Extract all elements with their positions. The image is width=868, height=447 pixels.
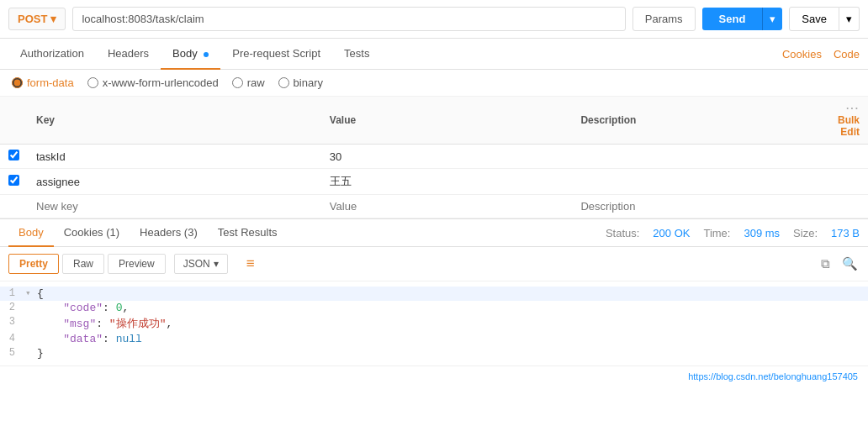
method-select[interactable]: POST ▾ [8,8,66,30]
body-type-raw[interactable]: raw [232,76,265,89]
resp-tab-cookies[interactable]: Cookies (1) [54,219,130,247]
top-bar: POST ▾ Params Send ▾ Save ▾ [0,0,868,39]
url-input[interactable] [72,7,625,31]
tab-authorization[interactable]: Authorization [8,39,96,70]
save-dropdown-button[interactable]: ▾ [839,7,860,31]
time-value: 309 ms [744,227,780,239]
tab-body[interactable]: Body [161,39,220,70]
tab-tests[interactable]: Tests [332,39,381,70]
send-btn-group: Send ▾ [702,8,783,30]
save-btn-group: Save ▾ [789,7,860,31]
col-more: ··· Bulk Edit [824,97,868,145]
format-label: JSON [183,258,210,270]
body-dot [204,52,209,57]
params-button[interactable]: Params [632,7,696,31]
row2-description[interactable] [572,169,824,195]
col-key: Key [28,97,321,145]
col-description: Description [572,97,824,145]
size-label: Size: [793,227,818,239]
send-button[interactable]: Send [702,8,763,30]
body-type-row: form-data x-www-form-urlencoded raw bina… [0,70,868,97]
tab-pre-request[interactable]: Pre-request Script [220,39,332,70]
view-preview-button[interactable]: Preview [108,254,166,274]
body-type-urlencoded[interactable]: x-www-form-urlencoded [87,76,219,89]
row1-value[interactable]: 30 [321,145,573,169]
body-type-binary[interactable]: binary [278,76,323,89]
format-select[interactable]: JSON ▾ [174,254,228,274]
code-line-1: 1 ▾ { [0,287,868,301]
footer-url: https://blog.csdn.net/belonghuang157405 [688,371,858,381]
send-dropdown-button[interactable]: ▾ [762,8,782,30]
table-row: taskId 30 [0,145,868,169]
new-row [0,195,868,218]
code-line-2: 2 "code": 0, [0,301,868,315]
view-raw-button[interactable]: Raw [62,254,104,274]
method-label: POST [18,13,47,25]
tab-headers[interactable]: Headers [96,39,161,70]
status-value: 200 OK [653,227,690,239]
resp-tab-body[interactable]: Body [8,219,54,247]
new-key-input[interactable] [36,200,313,213]
params-section: Key Value Description ··· Bulk Edit task… [0,97,868,219]
save-button[interactable]: Save [789,7,839,31]
view-pretty-button[interactable]: Pretty [8,254,59,274]
code-line-5: 5 } [0,346,868,360]
col-checkbox [0,97,28,145]
response-status-bar: Status: 200 OK Time: 309 ms Size: 173 B [606,227,860,239]
filter-button[interactable]: ≡ [236,252,265,276]
body-type-form-data[interactable]: form-data [12,76,74,89]
params-table: Key Value Description ··· Bulk Edit task… [0,97,868,218]
response-tabs: Body Cookies (1) Headers (3) Test Result… [0,219,868,247]
table-row: assignee 王五 [0,169,868,195]
response-toolbar: Pretty Raw Preview JSON ▾ ≡ ⧉ 🔍 [0,247,868,281]
resp-tab-headers[interactable]: Headers (3) [130,219,208,247]
new-desc-input[interactable] [580,200,816,213]
search-button[interactable]: 🔍 [840,255,860,273]
more-dots[interactable]: ··· [846,103,860,114]
resp-toolbar-icons: ⧉ 🔍 [819,255,860,273]
format-arrow: ▾ [214,258,219,270]
new-value-input[interactable] [330,200,564,213]
row2-key[interactable]: assignee [28,169,321,195]
resp-tab-test-results[interactable]: Test Results [208,219,288,247]
code-line-3: 3 "msg": "操作成功", [0,315,868,332]
row2-checkbox[interactable] [8,175,19,186]
req-tabs-right: Cookies Code [782,48,860,60]
code-area: 1 ▾ { 2 "code": 0, 3 "msg": "操作成功", 4 "d… [0,281,868,365]
bulk-edit-button[interactable]: Bulk Edit [838,114,860,138]
request-tabs: Authorization Headers Body Pre-request S… [0,39,868,70]
size-value: 173 B [831,227,860,239]
row1-key[interactable]: taskId [28,145,321,169]
row2-value[interactable]: 王五 [321,169,573,195]
col-value: Value [321,97,573,145]
copy-button[interactable]: ⧉ [819,255,832,273]
status-label: Status: [606,227,639,239]
footer: https://blog.csdn.net/belonghuang157405 [0,365,868,387]
code-link[interactable]: Code [834,48,860,60]
method-arrow: ▾ [50,13,56,25]
code-line-4: 4 "data": null [0,332,868,346]
row1-description[interactable] [572,145,824,169]
time-label: Time: [703,227,730,239]
row1-checkbox[interactable] [8,150,19,160]
cookies-link[interactable]: Cookies [782,48,822,60]
